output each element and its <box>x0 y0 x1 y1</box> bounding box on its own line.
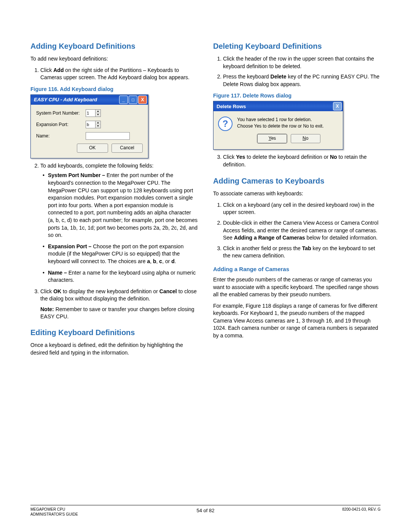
heading-editing-keyboard-definitions: Editing Keyboard Definitions <box>30 328 198 337</box>
dialog-titlebar: Delete Rows X <box>213 101 343 111</box>
system-port-number-label: System Port Number: <box>36 110 86 116</box>
right-column: Deleting Keyboard Definitions Click the … <box>213 42 381 360</box>
spin-down-icon[interactable]: ▼ <box>96 113 100 117</box>
range-paragraph-1: Enter the pseudo numbers of the cameras … <box>213 276 381 299</box>
cancel-button[interactable]: Cancel <box>112 144 143 153</box>
maximize-icon[interactable]: □ <box>129 96 137 104</box>
page: Adding Keyboard Definitions To add new k… <box>0 0 411 532</box>
figure-116-caption: Figure 116. Add Keyboard dialog <box>30 86 198 92</box>
name-input[interactable] <box>86 132 130 140</box>
system-port-number-input[interactable] <box>86 110 95 117</box>
camera-step-1: Click on a keyboard (any cell in the des… <box>223 201 381 216</box>
note-save-transfer: Note: Remember to save or transfer your … <box>40 306 198 321</box>
range-paragraph-2: For example, Figure 118 displays a range… <box>213 302 381 340</box>
delete-steps-2: Click Yes to delete the keyboard definit… <box>213 153 381 168</box>
heading-deleting-keyboard-definitions: Deleting Keyboard Definitions <box>213 42 381 51</box>
question-icon: ? <box>218 117 233 131</box>
add-step-2: To add keyboards, complete the following… <box>40 162 198 284</box>
heading-adding-keyboard-definitions: Adding Keyboard Definitions <box>30 42 198 51</box>
expansion-port-spinner[interactable]: ▲▼ <box>86 121 101 128</box>
spin-up-icon[interactable]: ▲ <box>96 121 100 125</box>
ok-button[interactable]: OK <box>77 144 108 153</box>
content-columns: Adding Keyboard Definitions To add new k… <box>30 42 381 360</box>
delete-message-line-1: You have selected 1 row for deletion. <box>237 117 338 123</box>
heading-adding-cameras-to-keyboards: Adding Cameras to Keyboards <box>213 177 381 185</box>
intro-associate: To associate cameras with keyboards: <box>213 190 381 198</box>
minimize-icon[interactable]: _ <box>119 96 128 104</box>
dialog-titlebar: EASY CPU - Add Keyboard _ □ X <box>31 95 148 105</box>
field-descriptions: System Port Number – Enter the port numb… <box>40 172 198 284</box>
spin-down-icon[interactable]: ▼ <box>96 125 100 128</box>
intro-add: To add new keyboard definitions: <box>30 55 198 63</box>
name-label: Name: <box>36 133 86 139</box>
no-button[interactable]: No <box>291 134 320 143</box>
add-step-1: Click Add on the right side of the Parti… <box>40 67 198 81</box>
add-keyboard-dialog: EASY CPU - Add Keyboard _ □ X System Por… <box>30 94 148 158</box>
add-step-3: Click OK to display the new keyboard def… <box>40 288 198 321</box>
close-icon[interactable]: X <box>138 96 147 104</box>
field-system-port-number: System Port Number – Enter the port numb… <box>48 172 198 239</box>
delete-rows-dialog: Delete Rows X ? You have selected 1 row … <box>213 101 343 150</box>
yes-button[interactable]: Yes <box>257 134 287 143</box>
delete-steps-1: Click the header of the row in the upper… <box>213 55 381 88</box>
camera-step-2: Double-click in either the Camera View A… <box>223 219 381 242</box>
field-name: Name – Enter a name for the keyboard usi… <box>48 269 198 284</box>
editing-description: Once a keyboard is defined, edit the def… <box>30 342 198 356</box>
dialog-body: ? You have selected 1 row for deletion. … <box>213 111 343 149</box>
left-column: Adding Keyboard Definitions To add new k… <box>30 42 198 360</box>
dialog-title: EASY CPU - Add Keyboard <box>34 97 118 102</box>
heading-adding-range-of-cameras: Adding a Range of Cameras <box>213 266 381 272</box>
expansion-port-label: Expansion Port: <box>36 122 86 127</box>
spin-up-icon[interactable]: ▲ <box>96 110 100 113</box>
add-steps-2: To add keyboards, complete the following… <box>30 162 198 321</box>
delete-message-line-2: Choose Yes to delete the row or No to ex… <box>237 123 338 129</box>
footer-page-number: 54 of 82 <box>30 508 381 513</box>
delete-step-2: Press the keyboard Delete key of the PC … <box>223 73 381 88</box>
delete-step-1: Click the header of the row in the upper… <box>223 55 381 70</box>
camera-step-3: Click in another field or press the Tab … <box>223 245 381 260</box>
dialog-title: Delete Rows <box>217 104 332 109</box>
system-port-number-spinner[interactable]: ▲▼ <box>86 109 101 117</box>
camera-steps: Click on a keyboard (any cell in the des… <box>213 201 381 260</box>
add-steps-1: Click Add on the right side of the Parti… <box>30 67 198 81</box>
field-expansion-port: Expansion Port – Choose the port on the … <box>48 243 198 265</box>
close-icon[interactable]: X <box>333 102 342 110</box>
dialog-body: System Port Number: ▲▼ Expansion Port: ▲… <box>31 105 148 158</box>
figure-117-caption: Figure 117. Delete Rows dialog <box>213 93 381 99</box>
page-footer: MEGAPOWER CPU ADMINISTRATOR'S GUIDE 54 o… <box>30 505 381 517</box>
expansion-port-input[interactable] <box>86 121 95 128</box>
delete-step-3: Click Yes to delete the keyboard definit… <box>223 153 381 168</box>
